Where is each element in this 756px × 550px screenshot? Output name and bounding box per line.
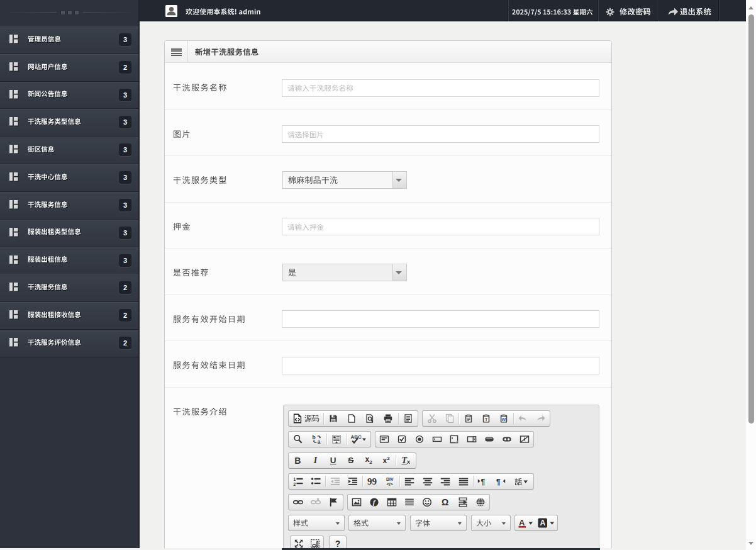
svg-text:b: b: [312, 434, 315, 441]
svg-text:99: 99: [367, 476, 377, 486]
svg-text:W: W: [502, 417, 506, 422]
svg-text:T: T: [485, 417, 488, 422]
svg-text:</>: </>: [386, 482, 392, 486]
svg-text:a: a: [317, 439, 320, 444]
svg-text:¶: ¶: [496, 478, 501, 486]
svg-text:¶: ¶: [481, 478, 486, 486]
svg-text:1: 1: [293, 477, 296, 481]
svg-text:A: A: [540, 519, 546, 527]
svg-text:2: 2: [293, 482, 296, 486]
svg-text:A: A: [519, 518, 525, 527]
svg-text:DIV: DIV: [386, 477, 394, 481]
